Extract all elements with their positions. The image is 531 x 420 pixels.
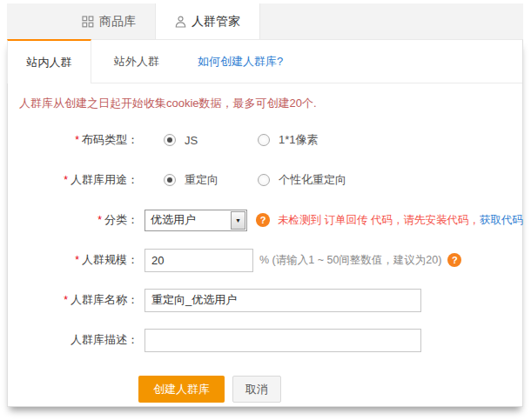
option-js[interactable]: JS <box>164 134 258 147</box>
scale-label: *人群规模： <box>8 252 138 268</box>
scale-input[interactable] <box>145 249 253 272</box>
row-audience-name: *人群库名称： <box>8 287 522 313</box>
option-retargeting[interactable]: 重定向 <box>164 172 258 188</box>
how-to-create-audience-link[interactable]: 如何创建人群库? <box>198 40 283 83</box>
row-code-type: *布码类型： JS 1*1像素 <box>8 127 522 153</box>
row-category: *分类： 优选用户 ▼ ? 未检测到 订单回传 代码，请先安装代码，获取代码 <box>8 207 522 233</box>
sub-tab-bar: 站内人群 站外人群 如何创建人群库? <box>8 40 522 83</box>
code-type-label: *布码类型： <box>8 132 138 148</box>
radio-label: JS <box>185 134 198 147</box>
radio-js[interactable] <box>164 134 176 146</box>
audience-manager-page: 商品库 人群管家 站内人群 站外人群 如何创建人群库? <box>0 0 531 420</box>
radio-label: 重定向 <box>185 172 218 188</box>
audience-name-input[interactable] <box>145 289 421 312</box>
option-personalized-retargeting[interactable]: 个性化重定向 <box>258 172 352 188</box>
radio-personalized-retargeting[interactable] <box>258 174 270 186</box>
radio-label: 1*1像素 <box>279 132 319 148</box>
person-icon <box>175 16 186 28</box>
category-select[interactable]: 优选用户 ▼ <box>145 210 247 231</box>
subtab-label: 站内人群 <box>27 55 72 70</box>
help-question-icon[interactable]: ? <box>447 253 461 267</box>
grid-icon <box>82 16 94 28</box>
cookie-notice-text: 人群库从创建之日起开始收集cookie数据，最多可创建20个. <box>19 96 522 111</box>
subtab-onsite-audience[interactable]: 站内人群 <box>7 39 91 83</box>
create-audience-button[interactable]: 创建人群库 <box>138 376 225 403</box>
description-label: 人群库描述： <box>8 332 138 348</box>
tab-product-library[interactable]: 商品库 <box>63 3 155 39</box>
audience-description-input[interactable] <box>145 329 421 352</box>
radio-1x1-pixel[interactable] <box>258 134 270 146</box>
required-asterisk: * <box>64 294 68 306</box>
row-audience-purpose: *人群库用途： 重定向 个性化重定向 <box>8 167 522 193</box>
radio-retargeting[interactable] <box>164 174 176 186</box>
required-asterisk: * <box>64 174 68 186</box>
required-asterisk: * <box>75 134 79 146</box>
top-tab-strip: 商品库 人群管家 <box>7 3 523 39</box>
scale-hint-text: % (请输入1 ~ 50间整数值，建议为20) <box>259 253 441 268</box>
chevron-down-icon[interactable]: ▼ <box>231 211 245 230</box>
subtab-offsite-audience[interactable]: 站外人群 <box>114 40 159 83</box>
required-asterisk: * <box>97 214 102 226</box>
code-warning-text: 未检测到 订单回传 代码，请先安装代码，获取代码 <box>278 213 523 228</box>
tab-audience-manager[interactable]: 人群管家 <box>155 3 260 39</box>
category-selected-value: 优选用户 <box>145 212 230 228</box>
tab-label: 人群管家 <box>192 14 240 30</box>
row-audience-scale: *人群规模： % (请输入1 ~ 50间整数值，建议为20) ? <box>8 247 522 273</box>
row-audience-description: 人群库描述： <box>8 327 522 353</box>
audience-panel: 站内人群 站外人群 如何创建人群库? 人群库从创建之日起开始收集cookie数据… <box>7 39 523 407</box>
name-label: *人群库名称： <box>8 292 138 308</box>
form-actions: 创建人群库 取消 <box>138 376 522 403</box>
help-question-icon[interactable]: ? <box>256 213 270 227</box>
radio-label: 个性化重定向 <box>279 172 346 188</box>
category-label: *分类： <box>8 212 138 228</box>
cancel-button[interactable]: 取消 <box>232 376 281 403</box>
subtab-label: 站外人群 <box>114 54 159 70</box>
required-asterisk: * <box>75 254 79 266</box>
option-1x1-pixel[interactable]: 1*1像素 <box>258 132 352 148</box>
tab-label: 商品库 <box>99 14 136 30</box>
purpose-label: *人群库用途： <box>8 172 138 188</box>
get-code-link[interactable]: 获取代码 <box>480 214 523 226</box>
